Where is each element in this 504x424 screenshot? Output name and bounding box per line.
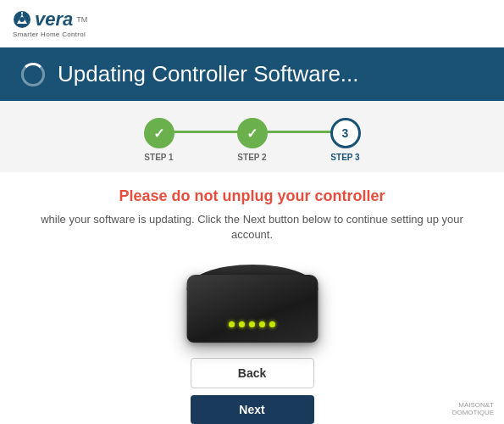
step-2-check: ✓ <box>246 126 258 142</box>
watermark-line1: MAISON&T <box>452 401 494 410</box>
main-content: Please do not unplug your controller whi… <box>0 172 504 424</box>
led-2 <box>239 321 245 327</box>
router-image <box>185 258 320 343</box>
watermark-line2: DOMOTIQUE <box>452 409 494 417</box>
step-2-circle: ✓ <box>237 118 268 148</box>
led-4 <box>259 321 265 327</box>
steps-container: ✓ STEP 1 ✓ STEP 2 3 STEP 3 <box>0 101 504 172</box>
warning-text: Please do not unplug your controller <box>119 187 385 205</box>
page-title: Updating Controller Software... <box>58 61 359 87</box>
step-2-label: STEP 2 <box>237 153 266 162</box>
router-lights <box>229 321 275 327</box>
header: veraTM Smarter Home Control <box>0 0 504 47</box>
step-3: 3 STEP 3 <box>299 118 392 162</box>
step-1: ✓ STEP 1 <box>113 118 206 162</box>
vera-logo-icon <box>13 10 31 29</box>
subtext: while your software is updating. Click t… <box>34 212 470 243</box>
step-1-circle: ✓ <box>144 118 174 148</box>
spinner-icon <box>21 63 45 86</box>
next-button[interactable]: Next <box>191 395 314 424</box>
router-body <box>186 275 318 343</box>
footer-watermark: MAISON&T DOMOTIQUE <box>452 401 494 417</box>
buttons-area: Back Next <box>34 358 470 424</box>
step-1-label: STEP 1 <box>144 153 173 162</box>
led-3 <box>249 321 255 327</box>
led-1 <box>229 321 235 327</box>
step-3-label: STEP 3 <box>330 153 359 162</box>
step-3-circle: 3 <box>330 118 361 148</box>
step-2: ✓ STEP 2 <box>206 118 299 162</box>
back-button[interactable]: Back <box>191 358 314 388</box>
logo-tm: TM <box>76 15 87 24</box>
title-bar: Updating Controller Software... <box>0 47 504 101</box>
logo-text: vera <box>35 8 73 31</box>
led-5 <box>269 321 275 327</box>
svg-point-2 <box>19 17 25 22</box>
step-1-check: ✓ <box>153 126 164 142</box>
step-3-number: 3 <box>342 126 349 140</box>
logo-subtitle: Smarter Home Control <box>13 31 87 38</box>
logo: veraTM Smarter Home Control <box>13 8 87 38</box>
